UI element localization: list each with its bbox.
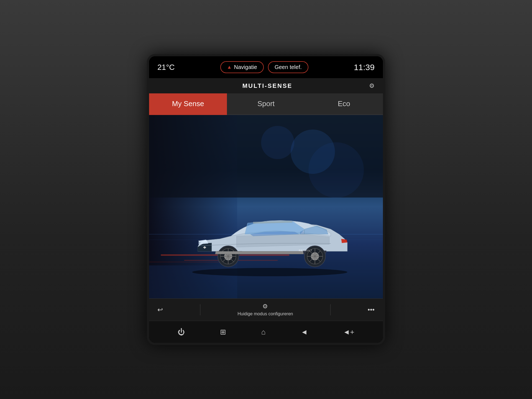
back-button[interactable]: ↩	[157, 306, 163, 314]
title-bar: MULTI-SENSE ⚙	[149, 78, 383, 93]
tab-my-sense[interactable]: My Sense	[149, 93, 227, 115]
car-image-area: RENAULT	[149, 115, 383, 298]
settings-icon[interactable]: ⚙	[369, 82, 375, 89]
configure-label: Huidige modus configureren	[237, 311, 293, 316]
phone-label: Geen telef.	[275, 64, 302, 70]
system-bar: ⏻ ⊞ ⌂ ◄ ◄+	[149, 321, 383, 343]
volume-up-button[interactable]: ◄+	[337, 326, 360, 339]
temperature-display: 21°C	[157, 63, 175, 72]
bottom-toolbar: ↩ ⚙ Huidige modus configureren •••	[149, 298, 383, 321]
mode-tabs: My Sense Sport Eco	[149, 93, 383, 115]
configure-button[interactable]: ⚙ Huidige modus configureren	[237, 303, 293, 316]
svg-point-10	[192, 268, 347, 276]
screen-content: 21°C ▲ Navigatie Geen telef. 11:39 MU	[149, 56, 383, 343]
phone-button[interactable]: Geen telef.	[268, 61, 308, 73]
tab-sport[interactable]: Sport	[227, 93, 305, 115]
divider-left	[200, 304, 200, 315]
infotainment-screen: 21°C ▲ Navigatie Geen telef. 11:39 MU	[147, 54, 385, 345]
svg-point-3	[308, 142, 364, 198]
status-bar: 21°C ▲ Navigatie Geen telef. 11:39	[149, 56, 383, 78]
power-button[interactable]: ⏻	[172, 326, 190, 339]
svg-text:RENAULT: RENAULT	[299, 249, 312, 252]
clock-display: 11:39	[354, 63, 375, 72]
tab-eco[interactable]: Eco	[305, 93, 383, 115]
svg-point-2	[261, 126, 294, 159]
navigation-button[interactable]: ▲ Navigatie	[220, 61, 264, 73]
home-button[interactable]: ⌂	[256, 326, 271, 339]
more-options-button[interactable]: •••	[368, 306, 375, 314]
page-title: MULTI-SENSE	[166, 82, 369, 89]
navigation-label: Navigatie	[234, 64, 257, 70]
nav-buttons-group: ▲ Navigatie Geen telef.	[220, 61, 308, 73]
sliders-icon: ⚙	[262, 303, 268, 310]
apps-button[interactable]: ⊞	[214, 326, 232, 339]
dashboard-background: 21°C ▲ Navigatie Geen telef. 11:39 MU	[0, 0, 532, 399]
volume-down-button[interactable]: ◄	[295, 326, 313, 339]
divider-right	[330, 304, 331, 315]
car-image: RENAULT	[176, 193, 364, 282]
navigation-arrow-icon: ▲	[227, 64, 232, 70]
